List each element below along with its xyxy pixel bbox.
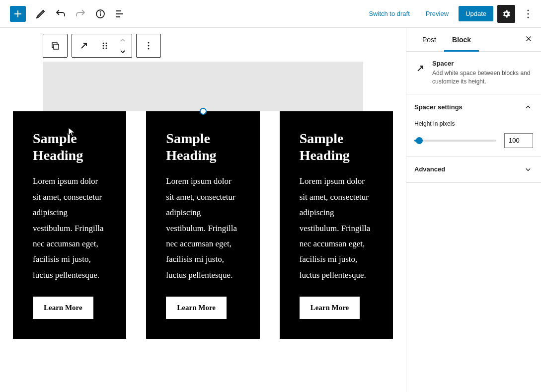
toolbar-right: Switch to draft Preview Update [363, 5, 537, 23]
chevron-up-icon [523, 102, 533, 112]
height-input[interactable] [504, 133, 533, 148]
panel-title: Spacer settings [414, 103, 463, 111]
card-text[interactable]: Lorem ipsum dolor sit amet, consectetur … [300, 173, 373, 283]
svg-point-7 [528, 13, 529, 14]
add-block-button[interactable] [10, 6, 26, 22]
card-text[interactable]: Lorem ipsum dolor sit amet, consectetur … [33, 173, 106, 283]
panel-title: Advanced [414, 165, 445, 173]
block-options-button[interactable] [137, 34, 160, 57]
close-sidebar-button[interactable] [524, 34, 533, 45]
block-more-options [136, 34, 161, 58]
spacer-settings-panel: Spacer settings Height in pixels [406, 94, 541, 157]
svg-rect-3 [116, 10, 121, 11]
settings-button[interactable] [497, 5, 515, 23]
block-parent-selector [43, 34, 68, 58]
preview-button[interactable]: Preview [420, 6, 455, 21]
learn-more-button[interactable]: Learn More [300, 297, 360, 319]
card-text[interactable]: Lorem ipsum dolor sit amet, consectetur … [166, 173, 239, 283]
svg-point-18 [148, 45, 150, 47]
svg-point-12 [106, 43, 107, 44]
spacer-settings-toggle[interactable]: Spacer settings [406, 94, 541, 120]
svg-rect-4 [116, 13, 123, 14]
learn-more-button[interactable]: Learn More [33, 297, 93, 319]
spacer-icon [414, 60, 426, 78]
svg-point-14 [106, 45, 107, 47]
move-down-button[interactable] [114, 46, 132, 57]
sidebar-tabs: Post Block [406, 28, 541, 52]
move-up-button[interactable] [114, 34, 132, 46]
height-control [414, 133, 533, 148]
card-heading[interactable]: Sample Heading [300, 130, 373, 163]
block-inspector-header: Spacer Add white space between blocks an… [406, 52, 541, 94]
block-type-button[interactable] [72, 34, 96, 57]
block-controls [72, 34, 132, 58]
svg-point-8 [528, 16, 529, 18]
editor-top-bar: Switch to draft Preview Update [0, 0, 541, 28]
svg-point-19 [148, 48, 150, 50]
editor-canvas[interactable]: Sample Heading Lorem ipsum dolor sit ame… [0, 28, 406, 392]
block-title: Spacer [432, 60, 533, 67]
spacer-block[interactable] [43, 62, 363, 111]
tab-block[interactable]: Block [444, 28, 479, 52]
block-mover [114, 34, 132, 57]
height-slider[interactable] [414, 140, 496, 142]
edit-mode-button[interactable] [32, 5, 50, 23]
svg-point-11 [103, 43, 104, 44]
svg-point-17 [148, 42, 150, 44]
settings-sidebar: Post Block Spacer Add white space betwee… [406, 28, 541, 392]
svg-point-13 [103, 45, 104, 47]
svg-rect-5 [116, 16, 120, 17]
svg-point-16 [106, 48, 107, 49]
undo-button[interactable] [52, 5, 70, 23]
svg-point-2 [100, 11, 101, 12]
height-label: Height in pixels [414, 120, 533, 127]
chevron-down-icon [523, 164, 533, 174]
update-button[interactable]: Update [459, 6, 493, 21]
card[interactable]: Sample Heading Lorem ipsum dolor sit ame… [13, 111, 126, 339]
advanced-toggle[interactable]: Advanced [406, 157, 541, 182]
switch-to-draft-button[interactable]: Switch to draft [363, 6, 415, 21]
drag-handle[interactable] [96, 34, 114, 57]
advanced-panel: Advanced [406, 157, 541, 183]
card-heading[interactable]: Sample Heading [166, 130, 239, 163]
card[interactable]: Sample Heading Lorem ipsum dolor sit ame… [146, 111, 259, 339]
select-parent-button[interactable] [43, 34, 67, 57]
block-description: Add white space between blocks and custo… [432, 69, 533, 86]
svg-rect-10 [54, 44, 59, 49]
info-button[interactable] [91, 5, 109, 23]
card[interactable]: Sample Heading Lorem ipsum dolor sit ame… [280, 111, 393, 339]
redo-button[interactable] [72, 5, 89, 23]
more-options-button[interactable] [519, 5, 537, 23]
slider-thumb[interactable] [416, 137, 423, 144]
block-toolbar [43, 34, 161, 58]
card-heading[interactable]: Sample Heading [33, 130, 106, 163]
svg-point-15 [103, 48, 104, 49]
main-layout: Sample Heading Lorem ipsum dolor sit ame… [0, 28, 541, 392]
svg-point-6 [528, 9, 529, 11]
tab-post[interactable]: Post [414, 28, 444, 52]
learn-more-button[interactable]: Learn More [166, 297, 227, 319]
columns-block[interactable]: Sample Heading Lorem ipsum dolor sit ame… [0, 111, 406, 339]
toolbar-left [4, 5, 129, 23]
spacer-resize-handle[interactable] [200, 108, 207, 115]
spacer-settings-body: Height in pixels [406, 120, 541, 156]
list-view-button[interactable] [111, 5, 129, 23]
